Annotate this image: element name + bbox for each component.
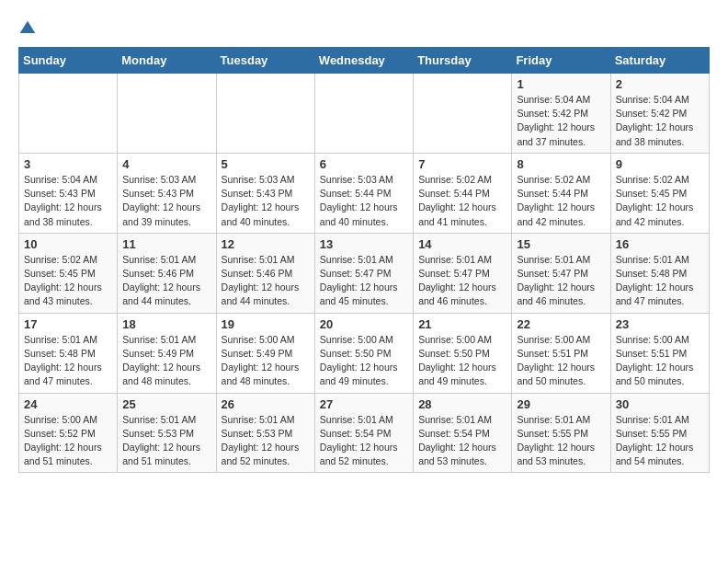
- calendar-week-row: 1Sunrise: 5:04 AM Sunset: 5:42 PM Daylig…: [19, 74, 710, 154]
- header-cell-sunday: Sunday: [19, 48, 118, 74]
- header-cell-saturday: Saturday: [610, 48, 709, 74]
- day-info: Sunrise: 5:03 AM Sunset: 5:44 PM Dayligh…: [320, 173, 408, 229]
- day-info: Sunrise: 5:01 AM Sunset: 5:48 PM Dayligh…: [24, 333, 112, 389]
- day-number: 29: [517, 397, 605, 411]
- calendar-week-row: 24Sunrise: 5:00 AM Sunset: 5:52 PM Dayli…: [19, 393, 710, 473]
- calendar-cell: 29Sunrise: 5:01 AM Sunset: 5:55 PM Dayli…: [512, 393, 610, 473]
- day-number: 8: [517, 157, 605, 171]
- calendar-cell: 13Sunrise: 5:01 AM Sunset: 5:47 PM Dayli…: [314, 233, 413, 313]
- day-info: Sunrise: 5:04 AM Sunset: 5:43 PM Dayligh…: [24, 173, 112, 229]
- day-number: 13: [320, 237, 408, 251]
- header: [18, 18, 710, 38]
- day-info: Sunrise: 5:01 AM Sunset: 5:49 PM Dayligh…: [122, 333, 210, 389]
- day-info: Sunrise: 5:00 AM Sunset: 5:49 PM Dayligh…: [222, 333, 310, 389]
- calendar-cell: [118, 74, 216, 154]
- day-info: Sunrise: 5:03 AM Sunset: 5:43 PM Dayligh…: [222, 173, 310, 229]
- day-number: 5: [222, 157, 310, 171]
- day-number: 3: [24, 157, 112, 171]
- day-info: Sunrise: 5:02 AM Sunset: 5:45 PM Dayligh…: [616, 173, 704, 229]
- day-info: Sunrise: 5:00 AM Sunset: 5:51 PM Dayligh…: [517, 333, 605, 389]
- day-info: Sunrise: 5:01 AM Sunset: 5:47 PM Dayligh…: [418, 253, 506, 309]
- day-number: 10: [24, 237, 112, 251]
- day-number: 14: [418, 237, 506, 251]
- day-number: 11: [122, 237, 210, 251]
- day-info: Sunrise: 5:01 AM Sunset: 5:55 PM Dayligh…: [616, 413, 704, 469]
- day-info: Sunrise: 5:03 AM Sunset: 5:43 PM Dayligh…: [122, 173, 210, 229]
- day-number: 1: [517, 77, 605, 91]
- calendar-cell: 24Sunrise: 5:00 AM Sunset: 5:52 PM Dayli…: [19, 393, 118, 473]
- day-info: Sunrise: 5:00 AM Sunset: 5:50 PM Dayligh…: [418, 333, 506, 389]
- day-number: 24: [24, 397, 112, 411]
- day-info: Sunrise: 5:00 AM Sunset: 5:52 PM Dayligh…: [24, 413, 112, 469]
- calendar-table: SundayMondayTuesdayWednesdayThursdayFrid…: [18, 47, 710, 473]
- calendar-cell: 10Sunrise: 5:02 AM Sunset: 5:45 PM Dayli…: [19, 233, 118, 313]
- logo-icon: [18, 19, 37, 38]
- day-info: Sunrise: 5:01 AM Sunset: 5:53 PM Dayligh…: [222, 413, 310, 469]
- day-number: 21: [418, 317, 506, 331]
- header-cell-tuesday: Tuesday: [216, 48, 314, 74]
- day-info: Sunrise: 5:02 AM Sunset: 5:45 PM Dayligh…: [24, 253, 112, 309]
- calendar-cell: 26Sunrise: 5:01 AM Sunset: 5:53 PM Dayli…: [216, 393, 314, 473]
- day-info: Sunrise: 5:00 AM Sunset: 5:51 PM Dayligh…: [616, 333, 704, 389]
- calendar-cell: [19, 74, 118, 154]
- calendar-cell: 25Sunrise: 5:01 AM Sunset: 5:53 PM Dayli…: [118, 393, 216, 473]
- day-number: 22: [517, 317, 605, 331]
- day-number: 2: [616, 77, 704, 91]
- day-number: 18: [122, 317, 210, 331]
- calendar-week-row: 3Sunrise: 5:04 AM Sunset: 5:43 PM Daylig…: [19, 153, 710, 233]
- day-number: 12: [222, 237, 310, 251]
- calendar-cell: 1Sunrise: 5:04 AM Sunset: 5:42 PM Daylig…: [512, 74, 610, 154]
- day-info: Sunrise: 5:01 AM Sunset: 5:46 PM Dayligh…: [122, 253, 210, 309]
- header-cell-wednesday: Wednesday: [314, 48, 413, 74]
- day-info: Sunrise: 5:01 AM Sunset: 5:46 PM Dayligh…: [222, 253, 310, 309]
- calendar-week-row: 17Sunrise: 5:01 AM Sunset: 5:48 PM Dayli…: [19, 313, 710, 393]
- calendar-cell: 8Sunrise: 5:02 AM Sunset: 5:44 PM Daylig…: [512, 153, 610, 233]
- calendar-body: 1Sunrise: 5:04 AM Sunset: 5:42 PM Daylig…: [19, 74, 710, 473]
- calendar-cell: [216, 74, 314, 154]
- calendar-cell: [314, 74, 413, 154]
- calendar-header-row: SundayMondayTuesdayWednesdayThursdayFrid…: [19, 48, 710, 74]
- calendar-cell: 28Sunrise: 5:01 AM Sunset: 5:54 PM Dayli…: [414, 393, 512, 473]
- calendar-cell: 23Sunrise: 5:00 AM Sunset: 5:51 PM Dayli…: [610, 313, 709, 393]
- header-cell-friday: Friday: [512, 48, 610, 74]
- calendar-cell: 4Sunrise: 5:03 AM Sunset: 5:43 PM Daylig…: [118, 153, 216, 233]
- day-number: 17: [24, 317, 112, 331]
- calendar-cell: 18Sunrise: 5:01 AM Sunset: 5:49 PM Dayli…: [118, 313, 216, 393]
- day-info: Sunrise: 5:01 AM Sunset: 5:48 PM Dayligh…: [616, 253, 704, 309]
- calendar-cell: 3Sunrise: 5:04 AM Sunset: 5:43 PM Daylig…: [19, 153, 118, 233]
- day-number: 26: [222, 397, 310, 411]
- day-number: 4: [122, 157, 210, 171]
- calendar-cell: 16Sunrise: 5:01 AM Sunset: 5:48 PM Dayli…: [610, 233, 709, 313]
- calendar-cell: 19Sunrise: 5:00 AM Sunset: 5:49 PM Dayli…: [216, 313, 314, 393]
- day-number: 27: [320, 397, 408, 411]
- calendar-cell: 22Sunrise: 5:00 AM Sunset: 5:51 PM Dayli…: [512, 313, 610, 393]
- calendar-week-row: 10Sunrise: 5:02 AM Sunset: 5:45 PM Dayli…: [19, 233, 710, 313]
- header-cell-thursday: Thursday: [414, 48, 512, 74]
- calendar-cell: 15Sunrise: 5:01 AM Sunset: 5:47 PM Dayli…: [512, 233, 610, 313]
- day-info: Sunrise: 5:02 AM Sunset: 5:44 PM Dayligh…: [418, 173, 506, 229]
- day-number: 23: [616, 317, 704, 331]
- day-number: 9: [616, 157, 704, 171]
- svg-marker-0: [20, 20, 36, 32]
- calendar-cell: 14Sunrise: 5:01 AM Sunset: 5:47 PM Dayli…: [414, 233, 512, 313]
- calendar-cell: 12Sunrise: 5:01 AM Sunset: 5:46 PM Dayli…: [216, 233, 314, 313]
- day-info: Sunrise: 5:04 AM Sunset: 5:42 PM Dayligh…: [616, 93, 704, 149]
- calendar-cell: 17Sunrise: 5:01 AM Sunset: 5:48 PM Dayli…: [19, 313, 118, 393]
- calendar-cell: 9Sunrise: 5:02 AM Sunset: 5:45 PM Daylig…: [610, 153, 709, 233]
- calendar-cell: 30Sunrise: 5:01 AM Sunset: 5:55 PM Dayli…: [610, 393, 709, 473]
- day-info: Sunrise: 5:00 AM Sunset: 5:50 PM Dayligh…: [320, 333, 408, 389]
- calendar-cell: 11Sunrise: 5:01 AM Sunset: 5:46 PM Dayli…: [118, 233, 216, 313]
- calendar-cell: 6Sunrise: 5:03 AM Sunset: 5:44 PM Daylig…: [314, 153, 413, 233]
- day-number: 16: [616, 237, 704, 251]
- calendar-cell: 7Sunrise: 5:02 AM Sunset: 5:44 PM Daylig…: [414, 153, 512, 233]
- day-number: 25: [122, 397, 210, 411]
- logo: [18, 18, 40, 38]
- day-number: 28: [418, 397, 506, 411]
- calendar-cell: 5Sunrise: 5:03 AM Sunset: 5:43 PM Daylig…: [216, 153, 314, 233]
- day-info: Sunrise: 5:01 AM Sunset: 5:55 PM Dayligh…: [517, 413, 605, 469]
- day-number: 19: [222, 317, 310, 331]
- calendar-cell: 2Sunrise: 5:04 AM Sunset: 5:42 PM Daylig…: [610, 74, 709, 154]
- day-info: Sunrise: 5:01 AM Sunset: 5:47 PM Dayligh…: [517, 253, 605, 309]
- day-number: 30: [616, 397, 704, 411]
- day-info: Sunrise: 5:02 AM Sunset: 5:44 PM Dayligh…: [517, 173, 605, 229]
